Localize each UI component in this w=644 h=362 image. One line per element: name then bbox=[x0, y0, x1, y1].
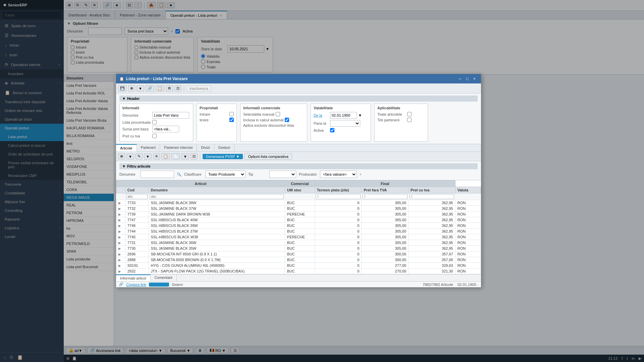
tbl-paste-btn[interactable]: 📄 bbox=[171, 153, 180, 160]
modal-tab-parteneri[interactable]: Parteneri bbox=[137, 144, 160, 152]
activa-val-check[interactable] bbox=[330, 128, 334, 132]
cell-termen: 0 bbox=[315, 257, 362, 263]
modal-add-btn[interactable]: ⊕ bbox=[128, 85, 135, 92]
filtru-producator-select[interactable]: <fara valoare> bbox=[320, 171, 357, 178]
lista-proc-form-check[interactable] bbox=[152, 120, 157, 124]
modal-save-btn[interactable]: 💾 bbox=[118, 85, 127, 92]
modal-tab-divizi[interactable]: Divizi bbox=[197, 144, 214, 152]
selectabila-com-check[interactable] bbox=[276, 112, 280, 116]
table-row[interactable]: ▶ 7746 SSL HIBISCUS BLACK 39W BUC 0 305,… bbox=[116, 223, 481, 229]
pret-tva-form-check[interactable] bbox=[152, 134, 157, 138]
modal-tab-articole[interactable]: Articole bbox=[116, 144, 137, 152]
sursa-form-input[interactable] bbox=[152, 126, 179, 132]
table-row[interactable]: ▶ 7739 SSL-JASMINE DARK BROWN W38 PERECH… bbox=[116, 212, 481, 217]
table-row[interactable]: ▶ S0191 HYG - COS GUNOI ALUMINIU 40L (45… bbox=[116, 263, 481, 268]
th-denumire[interactable]: Denumire bbox=[149, 187, 285, 193]
table-row[interactable]: ▶ 7733 SSL JASMINE BLACK 38W BUC 0 305,0… bbox=[116, 200, 481, 206]
filter-cod-input[interactable] bbox=[126, 194, 148, 199]
cell-expand[interactable]: ▶ bbox=[116, 200, 125, 206]
intrare-prop-check[interactable] bbox=[229, 112, 234, 116]
modal-close-btn[interactable]: × bbox=[471, 76, 478, 82]
de-la-calendar-icon[interactable]: ▼ bbox=[358, 113, 362, 117]
tbl-export-btn[interactable]: ⊡ bbox=[191, 153, 198, 160]
cell-expand[interactable]: ▶ bbox=[116, 268, 125, 274]
filter-pret-cu-input[interactable] bbox=[410, 194, 454, 199]
copiaza-link-btn[interactable]: Copiaza link bbox=[126, 283, 146, 287]
table-row[interactable]: ▶ 7747 SSL HIBISCUS BLACK 40W BUC 0 305,… bbox=[116, 217, 481, 223]
modal-inactiveaza-btn[interactable]: Inactiveaza bbox=[186, 85, 211, 92]
cell-pret-fara: 305,00 bbox=[362, 200, 409, 206]
de-la-input[interactable] bbox=[330, 112, 357, 119]
bottom-tab-info[interactable]: Informatii articol bbox=[116, 275, 151, 281]
tbl-copy-btn[interactable]: 📋 bbox=[161, 153, 170, 160]
cell-pret-fara: 305,00 bbox=[362, 212, 409, 217]
table-row[interactable]: ▶ 7730 SSL JASMINE BLACK 35W BUC 0 305,0… bbox=[116, 246, 481, 251]
pana-la-select[interactable] bbox=[330, 120, 360, 127]
toti-part-check[interactable] bbox=[407, 118, 412, 122]
cell-expand[interactable]: ▶ bbox=[116, 263, 125, 268]
filtru-clasificare-select[interactable]: Toate Produsele bbox=[205, 171, 246, 178]
modal-minimize-btn[interactable]: ─ bbox=[457, 76, 464, 82]
modal-copy-btn[interactable]: 📋 bbox=[156, 85, 164, 92]
table-row[interactable]: ▶ 7745 SSL-HIBISCUS BLACK W38 PERECHE 0 … bbox=[116, 234, 481, 240]
cell-um: BUC bbox=[285, 217, 315, 223]
cell-um: BUC bbox=[285, 206, 315, 212]
modal-link-btn[interactable]: 🔗 bbox=[146, 85, 154, 92]
table-row[interactable]: ▶ 7744 SSL HIBISCUS BLACK 37W BUC 0 305,… bbox=[116, 229, 481, 234]
table-row[interactable]: ▶ 7731 SSL JASMINE BLACK 36W BUC 0 305,0… bbox=[116, 240, 481, 246]
header-section-toggle[interactable]: ▼ Header bbox=[119, 96, 478, 102]
tbl-edit-dropdown[interactable]: ▼ bbox=[144, 154, 152, 160]
filter-pret-fara-input[interactable] bbox=[363, 194, 408, 199]
tbl-edit-btn[interactable]: ✎ bbox=[136, 153, 143, 160]
cell-expand[interactable]: ▶ bbox=[116, 240, 125, 246]
table-row[interactable]: ▶ 7732 SSL JASMINE BLACK 37W BUC 0 305,0… bbox=[116, 206, 481, 212]
denumire-form-input[interactable] bbox=[152, 112, 189, 119]
cell-expand[interactable]: ▶ bbox=[116, 251, 125, 257]
cell-expand[interactable]: ▶ bbox=[116, 217, 125, 223]
toate-art-check[interactable] bbox=[407, 112, 412, 116]
tbl-paste-dropdown[interactable]: ▼ bbox=[181, 154, 189, 160]
toate-articolele-row: Toate articolele bbox=[377, 112, 425, 116]
th-pret-cu[interactable]: Pret cu tva bbox=[409, 187, 455, 193]
filtru-search-icon[interactable]: 🔍 bbox=[177, 172, 181, 177]
cell-expand[interactable]: ▶ bbox=[116, 234, 125, 240]
iesire-prop-check[interactable] bbox=[229, 118, 234, 122]
cell-expand[interactable]: ▶ bbox=[116, 229, 125, 234]
genereaza-pvsp-btn[interactable]: Genereaza PVSP ▼ bbox=[203, 154, 243, 159]
modal-maximize-btn[interactable]: □ bbox=[464, 76, 471, 82]
cell-expand[interactable]: ▶ bbox=[116, 206, 125, 212]
tbl-delete-btn[interactable]: ✕ bbox=[153, 153, 160, 160]
tab-parteneri-interzisi-label: Parteneri interzisi bbox=[164, 145, 193, 149]
modal-tab-parteneri-interzisi[interactable]: Parteneri interzisi bbox=[160, 144, 197, 152]
modal-settings-btn[interactable]: ⚙ bbox=[166, 85, 173, 92]
filtru-header[interactable]: ▼ Filtru articole bbox=[119, 163, 478, 169]
th-cod[interactable]: Cod bbox=[125, 187, 149, 193]
filtru-tip-select[interactable] bbox=[269, 171, 296, 178]
modal-export-btn[interactable]: ⊡ bbox=[174, 85, 181, 92]
cell-expand[interactable]: ▶ bbox=[116, 223, 125, 229]
filtru-producator-clear[interactable]: × bbox=[360, 172, 362, 176]
modal-add-dropdown[interactable]: ▼ bbox=[137, 85, 144, 92]
table-row[interactable]: ▶ 2888 SB-MOCHETA 6500 BROWN (0.9 X 1.7M… bbox=[116, 257, 481, 263]
th-um[interactable]: UM stoc bbox=[285, 187, 315, 193]
th-pret-fara[interactable]: Pret fara TVA bbox=[362, 187, 409, 193]
filter-cell-um bbox=[285, 193, 315, 200]
tbl-add-btn[interactable]: ⊕ bbox=[118, 153, 125, 160]
optiuni-lista-btn[interactable]: Optiuni lista comparativa bbox=[244, 154, 292, 160]
cell-expand[interactable]: ▶ bbox=[116, 212, 125, 217]
table-row[interactable]: ▶ 2696 SB-MOCHETA INT 8500 GRI (0.9 X 1.… bbox=[116, 251, 481, 257]
toti-partenerii-row: Toti partenerii bbox=[377, 118, 425, 122]
modal-title: Lista preturi - Lista Pret Vanzare bbox=[126, 76, 187, 81]
cell-expand[interactable]: ▶ bbox=[116, 257, 125, 263]
table-row[interactable]: ▶ 2932 JTX - SAPUN FLOW PACK 12G TRAVEL … bbox=[116, 268, 481, 274]
cell-expand[interactable]: ▶ bbox=[116, 246, 125, 251]
filter-termen-input[interactable] bbox=[316, 194, 361, 199]
tbl-add-dropdown[interactable]: ▼ bbox=[126, 154, 134, 160]
inclusa-com-check[interactable] bbox=[285, 118, 289, 122]
modal-tab-gesturi[interactable]: Gesturi bbox=[214, 144, 234, 152]
filtru-denumire-input[interactable] bbox=[141, 171, 174, 178]
th-valuta[interactable]: Valuta bbox=[455, 187, 481, 193]
bottom-tab-comentarii[interactable]: Comentarii bbox=[151, 275, 177, 281]
th-termen[interactable]: Termen plata (zile) bbox=[315, 187, 362, 193]
filter-denumire-input[interactable] bbox=[150, 194, 284, 199]
